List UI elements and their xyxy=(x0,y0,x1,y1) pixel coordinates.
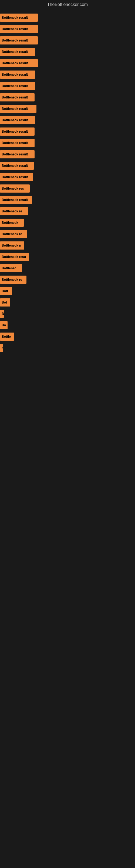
bar-row: Bottleneck result xyxy=(0,149,135,160)
bar-row: Bottleneck re xyxy=(0,228,135,240)
bar-row: Bottleneck xyxy=(0,217,135,228)
bar-row: Bottleneck result xyxy=(0,12,135,23)
bottleneck-bar[interactable]: Bo xyxy=(0,321,8,329)
bar-row: Bottleneck result xyxy=(0,172,135,183)
bar-row: Bot xyxy=(0,297,135,308)
bars-container: Bottleneck resultBottleneck resultBottle… xyxy=(0,9,135,356)
bottleneck-bar[interactable]: Bottleneck resu xyxy=(0,253,29,261)
bar-row: Bottleneck result xyxy=(0,92,135,103)
bar-row: Bottle xyxy=(0,331,135,342)
bar-row: Bottleneck result xyxy=(0,194,135,206)
bottleneck-bar[interactable]: Bottleneck result xyxy=(0,48,35,56)
bar-row: Bottleneck result xyxy=(0,69,135,80)
bottleneck-bar[interactable]: Bottle xyxy=(0,333,14,341)
bar-row: Bottleneck re xyxy=(0,206,135,217)
bar-row: Bottleneck result xyxy=(0,160,135,172)
bottleneck-bar[interactable]: Bottleneck result xyxy=(0,162,34,170)
bar-row: Bo xyxy=(0,319,135,331)
bar-row: Bottleneck res xyxy=(0,183,135,194)
bottleneck-bar[interactable]: Bottleneck result xyxy=(0,93,35,101)
bar-row: Bott xyxy=(0,285,135,297)
bottleneck-bar[interactable]: Bottleneck result xyxy=(0,150,35,158)
bar-row: n xyxy=(0,342,135,354)
bottleneck-bar[interactable]: Bottleneck xyxy=(0,219,24,227)
bar-row: Bottleneck result xyxy=(0,137,135,149)
bottleneck-bar[interactable]: Bott xyxy=(0,287,12,295)
bottleneck-bar[interactable]: Bottleneck n xyxy=(0,241,24,250)
bottleneck-bar[interactable]: Bottleneck result xyxy=(0,70,35,79)
bottleneck-bar[interactable]: Bottleneck re xyxy=(0,207,28,215)
bottleneck-bar[interactable]: Bottleneck result xyxy=(0,25,38,33)
bar-row: Bottleneck result xyxy=(0,58,135,69)
bottleneck-bar[interactable]: Bottleneck result xyxy=(0,105,37,113)
bottleneck-bar[interactable]: Bottleneck result xyxy=(0,36,38,44)
bottleneck-bar[interactable]: Bottleneck result xyxy=(0,116,35,124)
bar-row: Bottleneck re xyxy=(0,274,135,285)
bottleneck-bar[interactable]: Bot xyxy=(0,299,10,307)
bar-row: Bottleneck result xyxy=(0,80,135,92)
bottleneck-bar[interactable]: Bottleneck result xyxy=(0,13,38,22)
bar-row: Bottleneck result xyxy=(0,115,135,126)
bottleneck-bar[interactable]: Bottleneck result xyxy=(0,196,32,204)
bar-row: B xyxy=(0,308,135,319)
bottleneck-bar[interactable]: Bottlenec xyxy=(0,264,22,272)
bar-row: Bottleneck n xyxy=(0,240,135,251)
bar-row: Bottlenec xyxy=(0,262,135,274)
bar-row: Bottleneck result xyxy=(0,46,135,58)
bottleneck-bar[interactable]: Bottleneck result xyxy=(0,139,35,147)
bar-row: Bottleneck result xyxy=(0,23,135,35)
bar-row: Bottleneck result xyxy=(0,103,135,115)
bar-row: Bottleneck result xyxy=(0,35,135,46)
site-title: TheBottlenecker.com xyxy=(0,0,135,9)
bar-row: Bottleneck result xyxy=(0,126,135,137)
bottleneck-bar[interactable]: n xyxy=(0,344,3,352)
bottleneck-bar[interactable]: Bottleneck result xyxy=(0,127,35,135)
bottleneck-bar[interactable]: Bottleneck result xyxy=(0,82,35,90)
bottleneck-bar[interactable]: Bottleneck res xyxy=(0,184,30,193)
bottleneck-bar[interactable]: B xyxy=(0,310,4,318)
bar-row: Bottleneck resu xyxy=(0,251,135,262)
bottleneck-bar[interactable]: Bottleneck result xyxy=(0,173,33,181)
bottleneck-bar[interactable]: Bottleneck re xyxy=(0,276,27,284)
bottleneck-bar[interactable]: Bottleneck result xyxy=(0,59,38,67)
bottleneck-bar[interactable]: Bottleneck re xyxy=(0,230,27,238)
